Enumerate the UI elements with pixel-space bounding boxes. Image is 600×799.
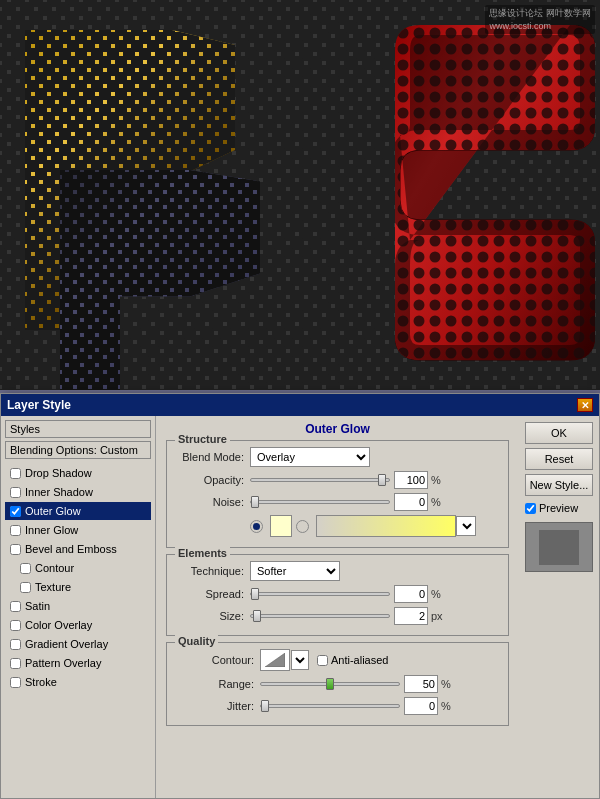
layer-item-inner-glow[interactable]: Inner Glow [5,521,151,539]
size-slider-thumb[interactable] [253,610,261,622]
satin-label: Satin [25,600,50,612]
range-input[interactable]: 50 [404,675,438,693]
watermark: 思缘设计论坛 网叶数学网 www.iocsti.com [485,5,595,34]
jitter-slider[interactable] [260,704,400,708]
radio-gradient[interactable] [296,520,309,533]
outer-glow-checkbox[interactable] [10,506,21,517]
opacity-input[interactable]: 100 [394,471,428,489]
layer-item-stroke[interactable]: Stroke [5,673,151,691]
spread-input[interactable]: 0 [394,585,428,603]
reset-button[interactable]: Reset [525,448,593,470]
structure-label: Structure [175,433,230,445]
color-swatch[interactable] [270,515,292,537]
spread-label: Spread: [175,588,250,600]
letter-s-container [395,25,595,365]
noise-input[interactable]: 0 [394,493,428,511]
blend-mode-row: Blend Mode: Overlay Normal Screen Multip… [175,447,500,467]
stroke-checkbox[interactable] [10,677,21,688]
layer-item-bevel-emboss[interactable]: Bevel and Emboss [5,540,151,558]
contour-dropdown[interactable]: ▼ [291,650,309,670]
texture-label: Texture [35,581,71,593]
satin-checkbox[interactable] [10,601,21,612]
layer-item-contour[interactable]: Contour [5,559,151,577]
side-buttons-panel: OK Reset New Style... Preview [519,416,599,798]
opacity-slider-thumb[interactable] [378,474,386,486]
bevel-emboss-checkbox[interactable] [10,544,21,555]
jitter-slider-thumb[interactable] [261,700,269,712]
spread-slider-thumb[interactable] [251,588,259,600]
opacity-slider[interactable] [250,478,390,482]
range-slider[interactable] [260,682,400,686]
pattern-overlay-checkbox[interactable] [10,658,21,669]
inner-glow-label: Inner Glow [25,524,78,536]
preview-row: Preview [525,502,593,514]
dialog-body: Styles Blending Options: Custom Drop Sha… [1,416,599,798]
technique-row: Technique: Softer Precise [175,561,500,581]
technique-select[interactable]: Softer Precise [250,561,340,581]
range-row: Range: 50 % [175,675,500,693]
size-unit: px [431,610,443,622]
elements-label: Elements [175,547,230,559]
dialog-titlebar: Layer Style ✕ [1,394,599,416]
layer-item-satin[interactable]: Satin [5,597,151,615]
technique-label: Technique: [175,565,250,577]
drop-shadow-checkbox[interactable] [10,468,21,479]
spread-unit: % [431,588,441,600]
layer-item-pattern-overlay[interactable]: Pattern Overlay [5,654,151,672]
layer-item-inner-shadow[interactable]: Inner Shadow [5,483,151,501]
gradient-swatch[interactable] [316,515,456,537]
color-radio-1[interactable] [250,520,266,533]
contour-preview-btn[interactable] [260,649,290,671]
blend-mode-select[interactable]: Overlay Normal Screen Multiply [250,447,370,467]
noise-slider[interactable] [250,500,390,504]
jitter-input[interactable]: 0 [404,697,438,715]
blend-mode-label: Blend Mode: [175,451,250,463]
preview-checkbox[interactable] [525,503,536,514]
styles-label[interactable]: Styles [5,420,151,438]
stroke-label: Stroke [25,676,57,688]
close-button[interactable]: ✕ [577,398,593,412]
pattern-overlay-label: Pattern Overlay [25,657,101,669]
texture-checkbox[interactable] [20,582,31,593]
ok-button[interactable]: OK [525,422,593,444]
noise-unit: % [431,496,441,508]
contour-checkbox[interactable] [20,563,31,574]
inner-shadow-label: Inner Shadow [25,486,93,498]
color-overlay-checkbox[interactable] [10,620,21,631]
radio-color[interactable] [250,520,263,533]
color-radio-2[interactable] [296,520,312,533]
elements-section: Elements Technique: Softer Precise Sprea… [166,554,509,636]
preview-label: Preview [539,502,578,514]
spread-slider[interactable] [250,592,390,596]
noise-slider-thumb[interactable] [251,496,259,508]
anti-aliased-checkbox[interactable] [317,655,328,666]
range-unit: % [441,678,451,690]
size-input[interactable]: 2 [394,607,428,625]
layer-item-color-overlay[interactable]: Color Overlay [5,616,151,634]
new-style-button[interactable]: New Style... [525,474,593,496]
contour-preview-icon [265,653,285,667]
gradient-overlay-label: Gradient Overlay [25,638,108,650]
gradient-overlay-checkbox[interactable] [10,639,21,650]
blending-options-item[interactable]: Blending Options: Custom [5,441,151,459]
layer-item-outer-glow[interactable]: Outer Glow [5,502,151,520]
size-slider[interactable] [250,614,390,618]
color-row: ▼ [175,515,500,537]
left-panel: Styles Blending Options: Custom Drop Sha… [1,416,156,798]
layer-item-drop-shadow[interactable]: Drop Shadow [5,464,151,482]
layer-style-dialog: Layer Style ✕ Styles Blending Options: C… [0,393,600,799]
layer-item-gradient-overlay[interactable]: Gradient Overlay [5,635,151,653]
contour-row: Contour: ▼ Anti-al [175,649,500,671]
bevel-emboss-label: Bevel and Emboss [25,543,117,555]
range-slider-thumb[interactable] [326,678,334,690]
size-row: Size: 2 px [175,607,500,625]
inner-glow-checkbox[interactable] [10,525,21,536]
quality-label: Quality [175,635,218,647]
inner-shadow-checkbox[interactable] [10,487,21,498]
layer-item-texture[interactable]: Texture [5,578,151,596]
contour-label: Contour [35,562,74,574]
preview-thumbnail [525,522,593,572]
gradient-dropdown[interactable]: ▼ [456,516,476,536]
noise-row: Noise: 0 % [175,493,500,511]
noise-label: Noise: [175,496,250,508]
